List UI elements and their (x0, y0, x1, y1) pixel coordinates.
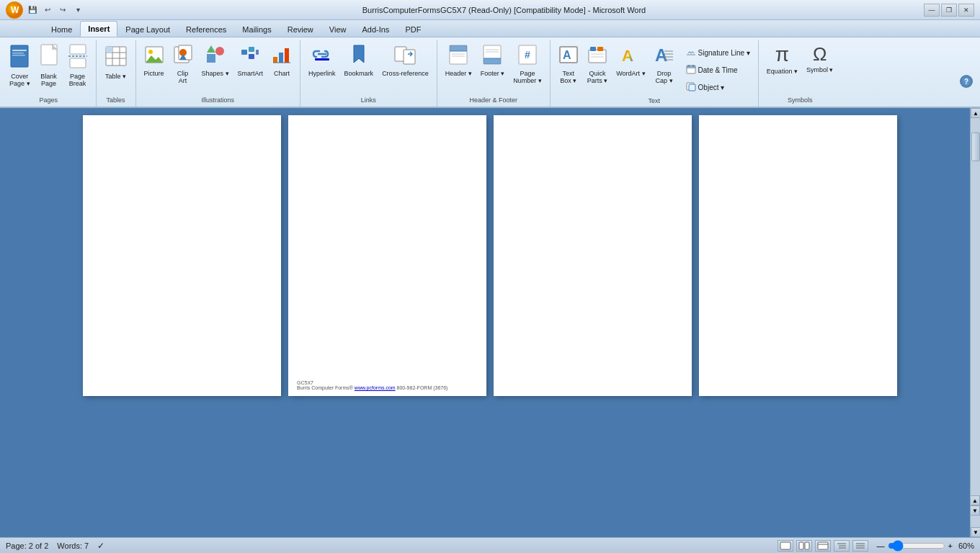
tab-add-ins[interactable]: Add-Ins (354, 21, 397, 37)
svg-rect-40 (404, 50, 415, 64)
chart-icon (272, 44, 292, 68)
page-number-button[interactable]: # PageNumber ▾ (509, 42, 545, 86)
cover-page-icon (9, 44, 30, 71)
table-button[interactable]: Table ▾ (101, 42, 131, 82)
print-layout-view-button[interactable] (778, 540, 793, 552)
scroll-page-down-button[interactable]: ▼ (970, 505, 980, 516)
signature-line-button[interactable]: Signature Line ▾ (682, 45, 754, 61)
tab-page-layout[interactable]: Page Layout (117, 21, 178, 37)
tab-mailings[interactable]: Mailings (234, 21, 279, 37)
svg-rect-47 (484, 58, 501, 64)
zoom-slider[interactable] (888, 541, 945, 551)
scroll-down-button[interactable]: ▼ (971, 527, 980, 537)
full-reading-view-button[interactable] (796, 540, 812, 552)
svg-marker-27 (207, 45, 215, 53)
quick-parts-button[interactable]: QuickParts ▾ (584, 42, 612, 86)
scroll-page-up-button[interactable]: ▲ (970, 495, 980, 505)
symbol-button[interactable]: Ω Symbol ▾ (803, 42, 837, 76)
picture-button[interactable]: Picture (141, 42, 168, 79)
chart-button[interactable]: Chart (268, 42, 295, 79)
scroll-thumb[interactable] (971, 132, 980, 161)
tab-references[interactable]: References (178, 21, 234, 37)
svg-rect-29 (249, 47, 254, 52)
page-break-icon (68, 44, 88, 71)
page-number-icon: # (517, 44, 538, 68)
svg-marker-38 (354, 45, 364, 63)
close-button[interactable]: ✕ (958, 4, 974, 17)
minimize-button[interactable]: — (924, 4, 940, 17)
drop-cap-button[interactable]: A DropCap ▾ (651, 42, 678, 86)
cross-reference-button[interactable]: Cross-reference (378, 42, 432, 79)
cover-page-button[interactable]: CoverPage ▾ (6, 42, 34, 89)
svg-rect-3 (12, 50, 27, 51)
pcforms-link[interactable]: www.pcforms.com (355, 385, 396, 390)
svg-rect-32 (273, 57, 277, 63)
page-break-label: PageBreak (69, 73, 86, 87)
zoom-in-button[interactable]: + (948, 541, 953, 550)
web-layout-view-button[interactable] (815, 540, 831, 552)
scroll-up-button[interactable]: ▲ (971, 108, 980, 118)
ribbon: CoverPage ▾ BlankPage (0, 37, 980, 108)
outline-view-button[interactable] (834, 540, 850, 552)
status-bar: Page: 2 of 2 Words: 7 ✓ — + 60% (0, 537, 980, 553)
wordart-button[interactable]: A WordArt ▾ (612, 42, 649, 79)
tab-insert[interactable]: Insert (80, 21, 117, 37)
help-button[interactable]: ? (960, 75, 973, 88)
undo-button[interactable]: ↩ (41, 4, 54, 16)
svg-rect-30 (249, 54, 254, 59)
ribbon-group-links: Hyperlink Bookmark Cross (300, 40, 437, 107)
tab-home[interactable]: Home (43, 21, 80, 37)
drop-cap-icon: A (654, 44, 674, 68)
save-button[interactable]: 💾 (26, 4, 39, 16)
svg-rect-28 (241, 50, 247, 55)
redo-button[interactable]: ↪ (56, 4, 69, 16)
hyperlink-button[interactable]: Hyperlink (305, 42, 339, 79)
status-right: — + 60% (778, 540, 974, 552)
smartart-button[interactable]: SmartArt (234, 42, 267, 79)
clip-art-button[interactable]: ClipArt (169, 42, 197, 86)
shapes-button[interactable]: Shapes ▾ (198, 42, 233, 79)
svg-rect-34 (285, 48, 289, 63)
page-break-button[interactable]: PageBreak (64, 42, 92, 89)
tab-view[interactable]: View (321, 21, 355, 37)
blank-page-icon (39, 44, 59, 71)
ribbon-group-pages: CoverPage ▾ BlankPage (1, 40, 97, 107)
equation-icon: π (775, 44, 789, 66)
symbol-label: Symbol ▾ (806, 66, 834, 73)
svg-text:W: W (11, 5, 19, 15)
tab-pdf[interactable]: PDF (397, 21, 429, 37)
clip-art-label: ClipArt (177, 70, 189, 84)
page-4 (699, 115, 897, 396)
symbol-icon: Ω (813, 44, 827, 65)
date-time-button[interactable]: Date & Time (682, 62, 741, 78)
zoom-out-button[interactable]: — (877, 541, 885, 550)
text-box-button[interactable]: A TextBox ▾ (555, 42, 582, 86)
bookmark-label: Bookmark (344, 70, 374, 77)
svg-point-26 (215, 47, 224, 55)
text-box-icon: A (558, 44, 579, 68)
header-label: Header ▾ (445, 70, 472, 77)
office-logo-icon[interactable]: W (6, 1, 23, 19)
restore-button[interactable]: ❐ (941, 4, 957, 17)
svg-rect-25 (207, 54, 215, 63)
page-4-content (699, 115, 897, 396)
spelling-check-icon[interactable]: ✓ (97, 541, 104, 551)
blank-page-button[interactable]: BlankPage (35, 42, 63, 89)
svg-rect-68 (687, 66, 695, 68)
bookmark-button[interactable]: Bookmark (341, 42, 378, 79)
footer-button[interactable]: Footer ▾ (477, 42, 509, 79)
tab-review[interactable]: Review (280, 21, 321, 37)
header-button[interactable]: Header ▾ (442, 42, 476, 79)
draft-view-button[interactable] (852, 540, 868, 552)
object-button[interactable]: Object ▾ (682, 79, 729, 96)
ribbon-group-text: A TextBox ▾ QuickParts ▾ (551, 40, 759, 107)
customize-qa-button[interactable]: ▾ (71, 4, 84, 16)
svg-rect-10 (70, 58, 86, 68)
vertical-scrollbar[interactable]: ▲ ▲ ▼ ▼ (970, 108, 980, 537)
header-icon (448, 44, 468, 68)
equation-button[interactable]: π Equation ▾ (763, 42, 801, 77)
chart-label: Chart (274, 70, 290, 77)
svg-rect-73 (780, 542, 790, 549)
status-left: Page: 2 of 2 Words: 7 ✓ (6, 541, 104, 551)
page-1 (83, 115, 281, 396)
